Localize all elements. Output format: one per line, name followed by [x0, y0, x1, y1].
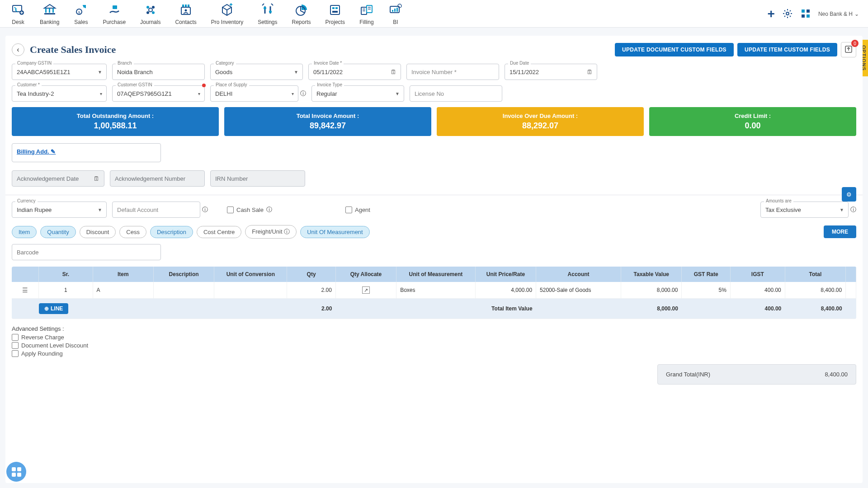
company-gstin-value[interactable] — [12, 64, 107, 80]
doc-discount-checkbox[interactable]: Document Level Discount — [12, 342, 856, 349]
customer-value[interactable] — [12, 85, 107, 102]
billing-address-link[interactable]: Billing Add. ✎ — [17, 148, 56, 155]
contacts-icon — [179, 3, 193, 17]
nav-projects[interactable]: Projects — [324, 3, 347, 25]
gear-icon: ⚙ — [846, 191, 852, 198]
cell-description[interactable] — [153, 282, 214, 299]
grid-icon — [12, 467, 21, 477]
invoice-date-value[interactable] — [308, 64, 401, 80]
chip-item[interactable]: Item — [12, 226, 37, 238]
nav-desk[interactable]: Desk — [9, 3, 27, 25]
back-button[interactable]: ‹ — [12, 43, 24, 56]
cell-uom[interactable]: Boxes — [396, 282, 476, 299]
billing-address-box[interactable]: Billing Add. ✎ — [12, 143, 161, 162]
ack-number-field[interactable]: Acknowledgement Number — [110, 170, 205, 187]
default-account-select[interactable] — [112, 202, 200, 218]
amounts-are-select[interactable]: Amounts are ▼ — [760, 202, 849, 218]
cell-qty-allocate[interactable]: ↗ — [335, 282, 396, 299]
th-total: Total — [785, 267, 845, 282]
apply-rounding-checkbox[interactable]: Apply Rounding — [12, 350, 856, 357]
cell-qty[interactable]: 2.00 — [287, 282, 335, 299]
invoice-type-select[interactable]: Invoice Type ▼ — [311, 85, 404, 102]
customer-select[interactable]: Customer * ▾ — [12, 85, 107, 102]
chip-cost-centre[interactable]: Cost Centre — [197, 226, 241, 238]
svg-point-20 — [264, 7, 266, 9]
svg-point-13 — [152, 11, 155, 14]
info-icon[interactable]: ⓘ — [266, 206, 272, 214]
place-of-supply-value[interactable] — [210, 85, 298, 102]
upload-button[interactable]: 0 — [841, 42, 856, 57]
due-date-field[interactable]: Due Date 🗓 — [505, 64, 597, 80]
default-account-input[interactable] — [112, 202, 200, 218]
place-of-supply-select[interactable]: Place of Supply ▾ — [210, 85, 298, 102]
nav-journals[interactable]: Journals — [138, 3, 162, 25]
nav-settings[interactable]: Settings — [256, 3, 279, 25]
update-doc-fields-button[interactable]: UPDATE DOCUMENT CUSTOM FIELDS — [615, 43, 734, 56]
table-row[interactable]: ☰ 1 A 2.00 ↗ Boxes 4,000.00 52000-Sale o… — [12, 282, 856, 299]
company-gstin-select[interactable]: Company GSTIN ▼ — [12, 64, 107, 80]
nav-contacts[interactable]: Contacts — [173, 3, 198, 25]
cell-account[interactable]: 52000-Sale of Goods — [536, 282, 621, 299]
nav-bi[interactable]: BI — [387, 3, 405, 25]
amounts-are-value[interactable] — [760, 202, 849, 218]
open-in-new-icon[interactable]: ↗ — [362, 286, 370, 294]
nav-purchase[interactable]: Purchase — [101, 3, 127, 25]
info-icon[interactable]: ⓘ — [850, 206, 856, 214]
chip-uom[interactable]: Unit Of Measurement — [300, 226, 370, 238]
more-button[interactable]: MORE — [824, 225, 856, 238]
invoice-number-field[interactable] — [406, 64, 499, 80]
chip-cess[interactable]: Cess — [119, 226, 146, 238]
barcode-input[interactable] — [12, 244, 161, 260]
inventory-icon — [220, 3, 234, 17]
drag-handle[interactable]: ☰ — [12, 282, 39, 299]
nav-reports[interactable]: Reports — [290, 3, 313, 25]
category-value[interactable] — [210, 64, 303, 80]
update-item-fields-button[interactable]: UPDATE ITEM CUSTOM FIELDS — [737, 43, 837, 56]
nav-sales[interactable]: $ Sales — [72, 3, 90, 25]
add-line-button[interactable]: ⊕LINE — [39, 303, 68, 314]
currency-select[interactable]: Currency ▼ — [12, 202, 107, 218]
reverse-charge-checkbox[interactable]: Reverse Charge — [12, 334, 856, 341]
due-date-value[interactable] — [505, 64, 597, 80]
add-new-button[interactable]: + — [768, 7, 775, 21]
chip-discount[interactable]: Discount — [80, 226, 116, 238]
invoice-type-value[interactable] — [311, 85, 404, 102]
cell-rate[interactable]: 4,000.00 — [475, 282, 536, 299]
customer-gstin-value[interactable] — [112, 85, 205, 102]
card-outstanding: Total Outstanding Amount : 1,00,588.11 — [12, 107, 219, 136]
cash-sale-checkbox[interactable]: Cash Sale ⓘ — [227, 206, 272, 214]
chip-quantity[interactable]: Quantity — [40, 226, 75, 238]
svg-rect-36 — [807, 9, 810, 13]
branch-value[interactable] — [112, 64, 205, 80]
ack-date-field[interactable]: Acknowledgement Date 🗓 — [12, 170, 104, 187]
checkbox-icon — [12, 334, 19, 341]
agent-checkbox[interactable]: Agent — [345, 206, 370, 213]
license-no-field[interactable] — [410, 85, 502, 102]
nav-filling[interactable]: Filling — [358, 3, 376, 25]
nav-inventory[interactable]: Pro Inventory — [209, 3, 245, 25]
branch-select[interactable]: Branch — [112, 64, 205, 80]
line-settings-button[interactable]: ⚙ — [842, 187, 856, 202]
line-items-table: Sr. Item Description Unit of Conversion … — [12, 267, 856, 319]
invoice-number-input[interactable] — [406, 64, 499, 80]
chip-description[interactable]: Description — [150, 226, 193, 238]
company-selector[interactable]: Neo Bank & H ⌄ — [818, 11, 859, 17]
global-settings-icon[interactable] — [782, 8, 793, 20]
category-select[interactable]: Category ▼ — [210, 64, 303, 80]
nav-banking[interactable]: Banking — [38, 3, 61, 25]
customer-gstin-select[interactable]: Customer GSTIN ▾ — [112, 85, 205, 102]
info-icon[interactable]: ⓘ — [202, 206, 208, 214]
svg-point-19 — [185, 9, 187, 12]
chip-freight[interactable]: Freight/Unit ⓘ — [245, 225, 297, 239]
irn-number-field[interactable]: IRN Number — [210, 170, 305, 187]
invoice-date-field[interactable]: Invoice Date * 🗓 — [308, 64, 401, 80]
apps-icon[interactable] — [800, 8, 811, 20]
cell-item[interactable]: A — [93, 282, 153, 299]
cell-gst-rate[interactable]: 5% — [682, 282, 730, 299]
license-no-input[interactable] — [410, 85, 502, 102]
field-label: Currency — [15, 198, 38, 203]
currency-value[interactable] — [12, 202, 107, 218]
cell-uoc[interactable] — [214, 282, 287, 299]
info-icon[interactable]: ⓘ — [300, 89, 306, 98]
app-launcher-button[interactable] — [6, 462, 26, 482]
